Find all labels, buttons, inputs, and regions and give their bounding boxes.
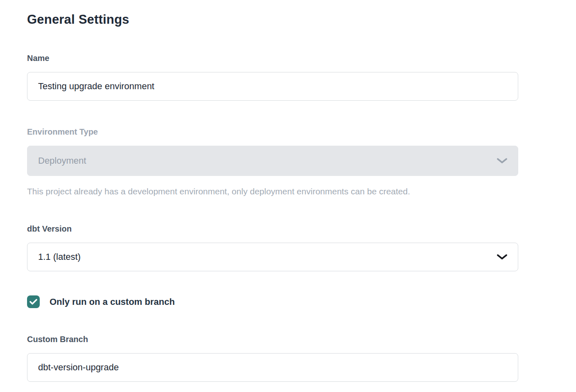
custom-branch-checkbox-label: Only run on a custom branch xyxy=(50,297,175,307)
environment-type-label: Environment Type xyxy=(27,127,518,137)
custom-branch-field: Custom Branch xyxy=(27,334,518,382)
general-settings-page: General Settings Name Environment Type D… xyxy=(0,0,576,382)
custom-branch-label: Custom Branch xyxy=(27,334,518,344)
dbt-version-label: dbt Version xyxy=(27,224,518,234)
chevron-down-icon xyxy=(497,254,508,260)
custom-branch-checkbox-row: Only run on a custom branch xyxy=(27,295,518,308)
environment-type-select: Deployment xyxy=(27,146,518,176)
custom-branch-input[interactable] xyxy=(27,353,518,382)
dbt-version-field: dbt Version 1.1 (latest) xyxy=(27,224,518,271)
environment-type-field: Environment Type Deployment This project… xyxy=(27,127,518,197)
dbt-version-value: 1.1 (latest) xyxy=(38,252,81,262)
chevron-down-icon xyxy=(497,158,508,164)
environment-type-helper: This project already has a development e… xyxy=(27,186,518,197)
check-icon xyxy=(29,299,37,305)
custom-branch-checkbox[interactable] xyxy=(27,295,40,308)
page-title: General Settings xyxy=(27,11,518,28)
name-label: Name xyxy=(27,53,518,63)
dbt-version-select[interactable]: 1.1 (latest) xyxy=(27,243,518,271)
name-input[interactable] xyxy=(27,72,518,101)
name-field: Name xyxy=(27,53,518,101)
environment-type-value: Deployment xyxy=(38,155,86,166)
